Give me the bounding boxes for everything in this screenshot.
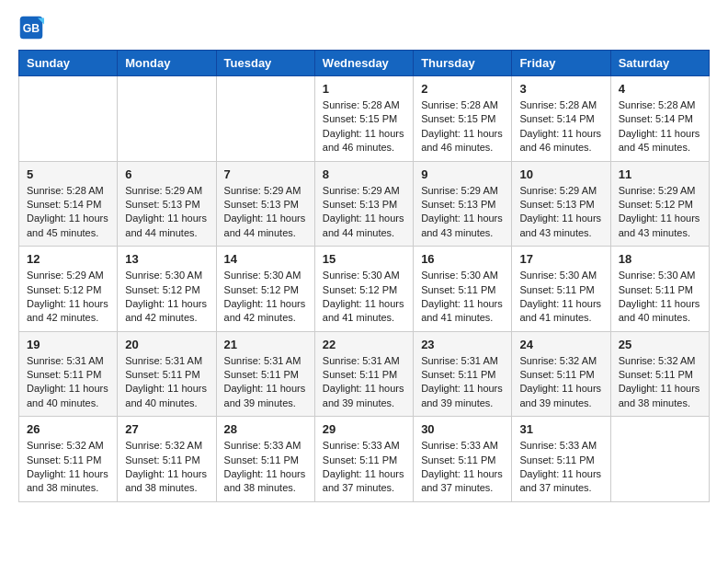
day-info: Sunrise: 5:28 AM Sunset: 5:14 PM Dayligh… (619, 98, 701, 155)
calendar-cell (610, 417, 709, 502)
day-info: Sunrise: 5:32 AM Sunset: 5:11 PM Dayligh… (125, 439, 208, 496)
day-info: Sunrise: 5:30 AM Sunset: 5:11 PM Dayligh… (519, 269, 602, 326)
day-info: Sunrise: 5:28 AM Sunset: 5:15 PM Dayligh… (323, 98, 405, 155)
day-number: 16 (421, 252, 504, 266)
day-info: Sunrise: 5:28 AM Sunset: 5:14 PM Dayligh… (519, 98, 602, 155)
calendar-cell: 16Sunrise: 5:30 AM Sunset: 5:11 PM Dayli… (414, 247, 512, 332)
day-number: 14 (224, 252, 307, 266)
day-info: Sunrise: 5:29 AM Sunset: 5:12 PM Dayligh… (619, 184, 701, 241)
day-info: Sunrise: 5:31 AM Sunset: 5:11 PM Dayligh… (27, 354, 109, 411)
week-row-4: 19Sunrise: 5:31 AM Sunset: 5:11 PM Dayli… (19, 331, 710, 417)
day-number: 3 (519, 82, 602, 96)
day-info: Sunrise: 5:33 AM Sunset: 5:11 PM Dayligh… (519, 439, 602, 496)
day-info: Sunrise: 5:29 AM Sunset: 5:13 PM Dayligh… (421, 184, 504, 241)
calendar-cell: 2Sunrise: 5:28 AM Sunset: 5:15 PM Daylig… (414, 76, 512, 162)
day-info: Sunrise: 5:30 AM Sunset: 5:11 PM Dayligh… (619, 269, 701, 326)
calendar-cell: 3Sunrise: 5:28 AM Sunset: 5:14 PM Daylig… (512, 76, 610, 162)
day-number: 15 (323, 252, 405, 266)
calendar-cell: 27Sunrise: 5:32 AM Sunset: 5:11 PM Dayli… (118, 417, 216, 502)
day-header-monday: Monday (118, 51, 216, 76)
day-number: 26 (27, 422, 109, 436)
svg-text:GB: GB (23, 22, 40, 35)
calendar-cell (216, 76, 314, 162)
day-number: 8 (323, 167, 405, 181)
day-number: 5 (27, 167, 109, 181)
day-header-tuesday: Tuesday (216, 51, 314, 76)
calendar-cell: 31Sunrise: 5:33 AM Sunset: 5:11 PM Dayli… (512, 417, 610, 502)
calendar-cell: 22Sunrise: 5:31 AM Sunset: 5:11 PM Dayli… (314, 331, 413, 417)
day-number: 2 (421, 82, 504, 96)
calendar-cell: 25Sunrise: 5:32 AM Sunset: 5:11 PM Dayli… (610, 331, 709, 417)
day-info: Sunrise: 5:33 AM Sunset: 5:11 PM Dayligh… (323, 439, 405, 496)
day-info: Sunrise: 5:28 AM Sunset: 5:14 PM Dayligh… (27, 184, 109, 241)
day-number: 29 (323, 422, 405, 436)
day-number: 23 (421, 338, 504, 351)
day-info: Sunrise: 5:33 AM Sunset: 5:11 PM Dayligh… (224, 439, 307, 496)
day-number: 19 (27, 338, 109, 351)
calendar-cell: 7Sunrise: 5:29 AM Sunset: 5:13 PM Daylig… (216, 161, 314, 247)
week-row-1: 1Sunrise: 5:28 AM Sunset: 5:15 PM Daylig… (19, 76, 710, 162)
calendar-cell: 11Sunrise: 5:29 AM Sunset: 5:12 PM Dayli… (610, 161, 709, 247)
day-number: 9 (421, 167, 504, 181)
day-info: Sunrise: 5:30 AM Sunset: 5:12 PM Dayligh… (323, 269, 405, 326)
logo: GB (18, 15, 48, 40)
day-number: 20 (125, 338, 208, 351)
calendar-cell: 14Sunrise: 5:30 AM Sunset: 5:12 PM Dayli… (216, 247, 314, 332)
day-info: Sunrise: 5:32 AM Sunset: 5:11 PM Dayligh… (619, 354, 701, 411)
day-info: Sunrise: 5:29 AM Sunset: 5:13 PM Dayligh… (323, 184, 405, 241)
day-number: 7 (224, 167, 307, 181)
day-number: 11 (619, 167, 701, 181)
calendar-cell (118, 76, 216, 162)
day-info: Sunrise: 5:32 AM Sunset: 5:11 PM Dayligh… (519, 354, 602, 411)
day-header-wednesday: Wednesday (314, 51, 413, 76)
day-info: Sunrise: 5:31 AM Sunset: 5:11 PM Dayligh… (224, 354, 307, 411)
day-info: Sunrise: 5:33 AM Sunset: 5:11 PM Dayligh… (421, 439, 504, 496)
day-number: 28 (224, 422, 307, 436)
calendar-cell: 12Sunrise: 5:29 AM Sunset: 5:12 PM Dayli… (19, 247, 118, 332)
day-info: Sunrise: 5:31 AM Sunset: 5:11 PM Dayligh… (125, 354, 208, 411)
header: GB (18, 15, 710, 40)
day-number: 18 (619, 252, 701, 266)
day-info: Sunrise: 5:28 AM Sunset: 5:15 PM Dayligh… (421, 98, 504, 155)
day-number: 27 (125, 422, 208, 436)
calendar-cell: 20Sunrise: 5:31 AM Sunset: 5:11 PM Dayli… (118, 331, 216, 417)
calendar-cell: 17Sunrise: 5:30 AM Sunset: 5:11 PM Dayli… (512, 247, 610, 332)
day-number: 10 (519, 167, 602, 181)
day-number: 6 (125, 167, 208, 181)
header-row: SundayMondayTuesdayWednesdayThursdayFrid… (19, 51, 710, 76)
day-header-friday: Friday (512, 51, 610, 76)
day-info: Sunrise: 5:30 AM Sunset: 5:12 PM Dayligh… (125, 269, 208, 326)
calendar-cell: 10Sunrise: 5:29 AM Sunset: 5:13 PM Dayli… (512, 161, 610, 247)
day-info: Sunrise: 5:29 AM Sunset: 5:13 PM Dayligh… (125, 184, 208, 241)
day-info: Sunrise: 5:29 AM Sunset: 5:13 PM Dayligh… (224, 184, 307, 241)
calendar-cell: 26Sunrise: 5:32 AM Sunset: 5:11 PM Dayli… (19, 417, 118, 502)
day-info: Sunrise: 5:29 AM Sunset: 5:13 PM Dayligh… (519, 184, 602, 241)
day-info: Sunrise: 5:32 AM Sunset: 5:11 PM Dayligh… (27, 439, 109, 496)
day-info: Sunrise: 5:29 AM Sunset: 5:12 PM Dayligh… (27, 269, 109, 326)
day-header-thursday: Thursday (414, 51, 512, 76)
day-info: Sunrise: 5:30 AM Sunset: 5:12 PM Dayligh… (224, 269, 307, 326)
day-number: 25 (619, 338, 701, 351)
day-number: 24 (519, 338, 602, 351)
calendar-cell: 18Sunrise: 5:30 AM Sunset: 5:11 PM Dayli… (610, 247, 709, 332)
day-info: Sunrise: 5:30 AM Sunset: 5:11 PM Dayligh… (421, 269, 504, 326)
week-row-5: 26Sunrise: 5:32 AM Sunset: 5:11 PM Dayli… (19, 417, 710, 502)
day-number: 17 (519, 252, 602, 266)
calendar-cell: 28Sunrise: 5:33 AM Sunset: 5:11 PM Dayli… (216, 417, 314, 502)
day-number: 4 (619, 82, 701, 96)
calendar-cell: 30Sunrise: 5:33 AM Sunset: 5:11 PM Dayli… (414, 417, 512, 502)
calendar-cell: 4Sunrise: 5:28 AM Sunset: 5:14 PM Daylig… (610, 76, 709, 162)
day-number: 31 (519, 422, 602, 436)
calendar-cell: 1Sunrise: 5:28 AM Sunset: 5:15 PM Daylig… (314, 76, 413, 162)
day-header-saturday: Saturday (610, 51, 709, 76)
calendar-cell: 24Sunrise: 5:32 AM Sunset: 5:11 PM Dayli… (512, 331, 610, 417)
calendar-cell (19, 76, 118, 162)
day-number: 22 (323, 338, 405, 351)
calendar-cell: 29Sunrise: 5:33 AM Sunset: 5:11 PM Dayli… (314, 417, 413, 502)
calendar-cell: 13Sunrise: 5:30 AM Sunset: 5:12 PM Dayli… (118, 247, 216, 332)
week-row-3: 12Sunrise: 5:29 AM Sunset: 5:12 PM Dayli… (19, 247, 710, 332)
calendar-cell: 8Sunrise: 5:29 AM Sunset: 5:13 PM Daylig… (314, 161, 413, 247)
day-number: 21 (224, 338, 307, 351)
calendar: SundayMondayTuesdayWednesdayThursdayFrid… (18, 50, 710, 502)
calendar-cell: 6Sunrise: 5:29 AM Sunset: 5:13 PM Daylig… (118, 161, 216, 247)
